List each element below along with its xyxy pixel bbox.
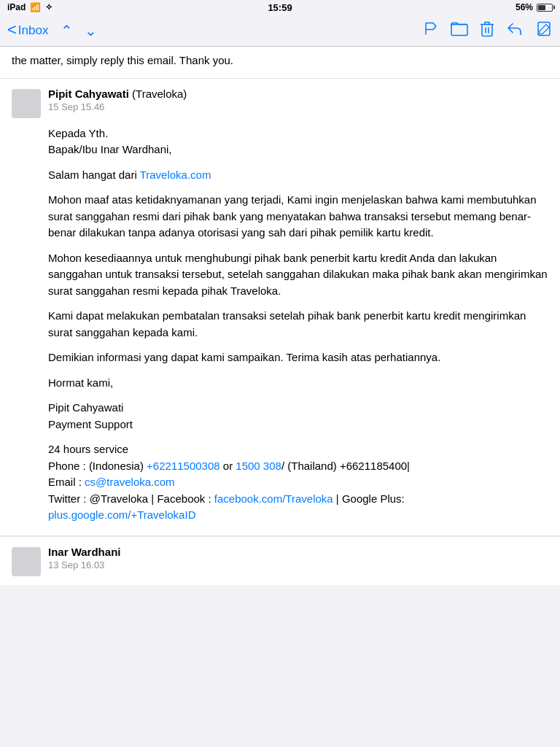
avatar <box>12 547 41 576</box>
email-date: 13 Sep 16.03 <box>48 560 548 570</box>
partial-email-top: the matter, simply reply this email. Tha… <box>0 47 560 79</box>
googleplus-link[interactable]: plus.google.com/+TravelokaID <box>48 508 195 521</box>
greeting: Kepada Yth.Bapak/Ibu Inar Wardhani, <box>48 125 548 158</box>
body-regards: Hormat kami, <box>48 375 548 392</box>
battery-percent: 56% <box>516 2 533 12</box>
sender-name: Inar Wardhani <box>48 546 548 558</box>
body-para-1: Mohon maaf atas ketidaknyamanan yang ter… <box>48 192 548 241</box>
email-date: 15 Sep 15.46 <box>48 101 548 112</box>
wifi-icon: 📶 <box>30 2 41 12</box>
nav-left: < Inbox ⌃ ⌄ <box>7 20 100 42</box>
flag-button[interactable] <box>423 20 439 40</box>
body-signature: Pipit CahyawatiPayment Support <box>48 400 548 433</box>
email-thread: the matter, simply reply this email. Tha… <box>0 47 560 585</box>
phone1-link[interactable]: +62211500308 <box>147 460 220 472</box>
traveloka-link[interactable]: Traveloka.com <box>140 169 211 181</box>
nav-bar: < Inbox ⌃ ⌄ <box>0 15 560 47</box>
trash-button[interactable] <box>480 20 494 40</box>
avatar <box>12 89 41 118</box>
status-bar-left: iPad 📶 ✧ <box>7 2 52 12</box>
nav-right-actions <box>423 20 553 40</box>
body-contact: 24 hours service Phone : (Indonesia) +62… <box>48 441 548 524</box>
back-button[interactable]: < Inbox <box>7 20 52 42</box>
status-bar-time: 15:59 <box>268 2 292 13</box>
email-meta: Pipit Cahyawati (Traveloka) 15 Sep 15.46 <box>48 88 548 112</box>
facebook-link[interactable]: facebook.com/Traveloka <box>214 492 333 505</box>
back-chevron-icon: < <box>7 22 17 38</box>
email-body: Kepada Yth.Bapak/Ibu Inar Wardhani, Sala… <box>12 125 548 524</box>
phone2-link[interactable]: 1500 308 <box>236 460 281 472</box>
partial-email-text: the matter, simply reply this email. Tha… <box>12 53 548 69</box>
compose-button[interactable] <box>535 20 553 40</box>
sender-name: Pipit Cahyawati (Traveloka) <box>48 88 548 100</box>
status-bar: iPad 📶 ✧ 15:59 56% <box>0 0 560 15</box>
body-closing: Demikian informasi yang dapat kami sampa… <box>48 349 548 366</box>
email-meta: Inar Wardhani 13 Sep 16.03 <box>48 546 548 570</box>
email-item: Pipit Cahyawati (Traveloka) 15 Sep 15.46… <box>0 79 560 536</box>
body-para-3: Kami dapat melakukan pembatalan transaks… <box>48 308 548 341</box>
battery-icon <box>537 4 553 12</box>
collapsed-email-item[interactable]: Inar Wardhani 13 Sep 16.03 <box>0 536 560 585</box>
next-message-button[interactable]: ⌄ <box>82 20 100 41</box>
device-label: iPad <box>7 2 26 12</box>
inbox-back-label: Inbox <box>18 23 49 38</box>
email-link[interactable]: cs@traveloka.com <box>85 476 175 488</box>
folder-button[interactable] <box>451 20 468 40</box>
email-header: Pipit Cahyawati (Traveloka) 15 Sep 15.46 <box>12 88 548 118</box>
status-bar-right: 56% <box>516 2 553 12</box>
prev-message-button[interactable]: ⌃ <box>58 20 76 41</box>
salutation: Salam hangat dari Traveloka.com <box>48 167 548 184</box>
reply-button[interactable] <box>506 20 524 40</box>
body-para-2: Mohon kesediaannya untuk menghubungi pih… <box>48 250 548 300</box>
signal-icon: ✧ <box>45 2 52 12</box>
svg-rect-0 <box>451 24 467 35</box>
nav-arrows: ⌃ ⌄ <box>58 20 100 41</box>
